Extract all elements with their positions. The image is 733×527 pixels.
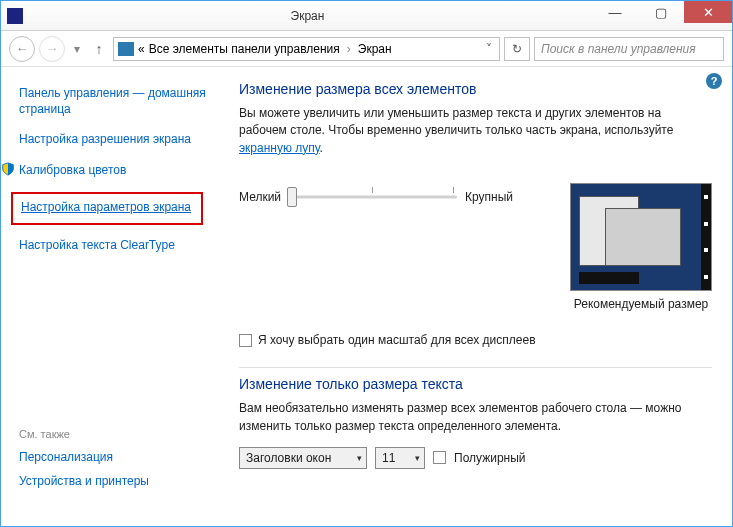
help-icon[interactable]: ? [706, 73, 722, 89]
refresh-button[interactable]: ↻ [504, 37, 530, 61]
sidebar-link-resolution[interactable]: Настройка разрешения экрана [19, 131, 209, 147]
sidebar-link-calibration-label: Калибровка цветов [19, 162, 126, 178]
sidebar-link-cleartype[interactable]: Настройка текста ClearType [19, 237, 209, 253]
minimize-button[interactable]: — [592, 1, 638, 23]
element-select[interactable]: Заголовки окон ▾ [239, 447, 367, 469]
breadcrumb-sep-icon: › [344, 42, 354, 56]
single-scale-label: Я хочу выбрать один масштаб для всех дис… [258, 333, 536, 347]
see-also-header: См. также [19, 428, 209, 440]
preview-image [570, 183, 712, 291]
breadcrumb-folder[interactable]: Все элементы панели управления [149, 42, 340, 56]
breadcrumb-root[interactable]: « [138, 42, 145, 56]
slider-thumb[interactable] [287, 187, 297, 207]
titlebar: Экран — ▢ ✕ [1, 1, 732, 31]
heading-text-only: Изменение только размера текста [239, 367, 712, 392]
preview-caption: Рекомендуемый размер [570, 297, 712, 311]
history-dropdown[interactable]: ▾ [69, 42, 85, 56]
maximize-button[interactable]: ▢ [638, 1, 684, 23]
main-panel: Изменение размера всех элементов Вы може… [219, 67, 732, 526]
content: ? Панель управления — домашняя страница … [1, 67, 732, 526]
address-bar[interactable]: « Все элементы панели управления › Экран… [113, 37, 500, 61]
address-dropdown-icon[interactable]: ˅ [483, 42, 495, 56]
fontsize-select-value: 11 [382, 451, 395, 465]
control-panel-icon [118, 42, 134, 56]
size-slider-block: Мелкий Крупный [239, 183, 513, 211]
slider-min-label: Мелкий [239, 190, 281, 204]
chevron-down-icon: ▾ [415, 453, 420, 463]
text-size-controls: Заголовки окон ▾ 11 ▾ Полужирный [239, 447, 712, 469]
heading-resize-all: Изменение размера всех элементов [239, 81, 712, 97]
search-placeholder: Поиск в панели управления [541, 42, 696, 56]
search-input[interactable]: Поиск в панели управления [534, 37, 724, 61]
bold-label: Полужирный [454, 451, 526, 465]
single-scale-row: Я хочу выбрать один масштаб для всех дис… [239, 333, 712, 347]
back-button[interactable]: ← [9, 36, 35, 62]
element-select-value: Заголовки окон [246, 451, 331, 465]
navbar: ← → ▾ ↑ « Все элементы панели управления… [1, 31, 732, 67]
desc-text-only: Вам необязательно изменять размер всех э… [239, 400, 712, 435]
app-icon [7, 8, 23, 24]
up-button[interactable]: ↑ [89, 39, 109, 59]
sidebar-footer: См. также Персонализация Устройства и пр… [19, 428, 209, 498]
chevron-down-icon: ▾ [357, 453, 362, 463]
sidebar-link-display-settings[interactable]: Настройка параметров экрана [21, 200, 191, 214]
bold-checkbox[interactable] [433, 451, 446, 464]
single-scale-checkbox[interactable] [239, 334, 252, 347]
window-title: Экран [23, 9, 592, 23]
sidebar-link-devices[interactable]: Устройства и принтеры [19, 474, 209, 488]
magnifier-link[interactable]: экранную лупу [239, 141, 320, 155]
shield-icon [1, 162, 15, 176]
size-slider[interactable] [289, 183, 457, 211]
sidebar-highlight: Настройка параметров экрана [11, 192, 203, 225]
sidebar: Панель управления — домашняя страница На… [1, 67, 219, 526]
fontsize-select[interactable]: 11 ▾ [375, 447, 425, 469]
sidebar-link-personalization[interactable]: Персонализация [19, 450, 209, 464]
preview-box: Рекомендуемый размер [570, 183, 712, 311]
breadcrumb-current[interactable]: Экран [358, 42, 392, 56]
sidebar-link-calibration[interactable]: Калибровка цветов [1, 162, 209, 178]
slider-max-label: Крупный [465, 190, 513, 204]
close-button[interactable]: ✕ [684, 1, 732, 23]
forward-button[interactable]: → [39, 36, 65, 62]
desc-resize-all: Вы можете увеличить или уменьшить размер… [239, 105, 712, 157]
sidebar-link-home[interactable]: Панель управления — домашняя страница [19, 85, 209, 117]
